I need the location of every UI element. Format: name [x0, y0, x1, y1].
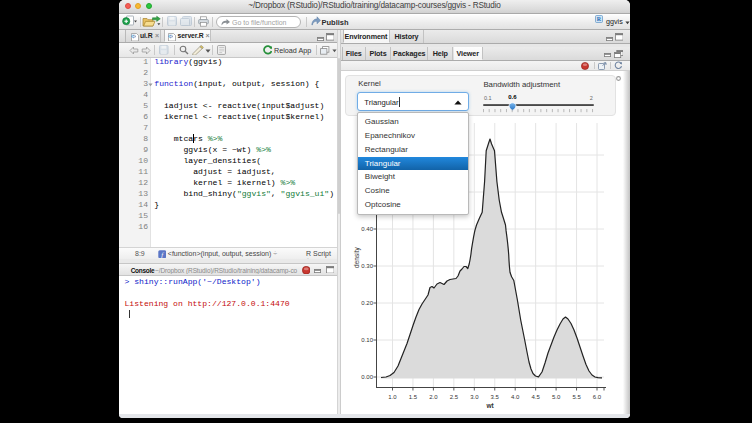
svg-text:2.5: 2.5 — [450, 394, 459, 400]
svg-text:2.0: 2.0 — [429, 394, 438, 400]
svg-text:5.0: 5.0 — [552, 394, 561, 400]
svg-text:0.10: 0.10 — [361, 337, 373, 343]
svg-text:3.0: 3.0 — [470, 394, 479, 400]
svg-text:6.0: 6.0 — [593, 394, 602, 400]
svg-text:4.0: 4.0 — [511, 394, 520, 400]
svg-text:5.5: 5.5 — [572, 394, 581, 400]
svg-text:0.40: 0.40 — [361, 226, 373, 232]
svg-text:1.5: 1.5 — [409, 394, 418, 400]
svg-text:1.0: 1.0 — [388, 394, 397, 400]
svg-text:3.5: 3.5 — [491, 394, 500, 400]
svg-text:0.00: 0.00 — [361, 374, 373, 380]
svg-text:0.30: 0.30 — [361, 263, 373, 269]
svg-text:density: density — [353, 247, 361, 268]
svg-text:4.5: 4.5 — [531, 394, 540, 400]
svg-text:R: R — [597, 16, 602, 22]
svg-text:wt: wt — [485, 402, 494, 409]
svg-text:0.20: 0.20 — [361, 300, 373, 306]
